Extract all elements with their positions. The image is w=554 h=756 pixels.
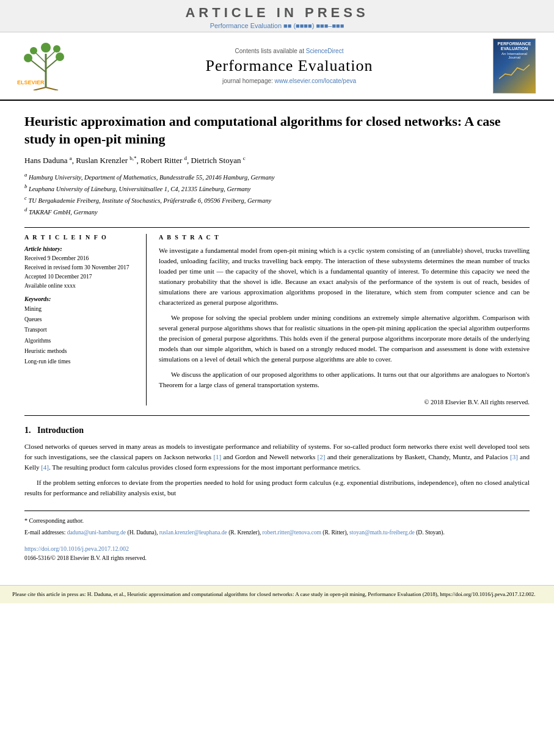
ref-3[interactable]: [3] (510, 453, 518, 460)
article-info-column: A R T I C L E I N F O Article history: R… (24, 234, 147, 406)
email-daduna[interactable]: daduna@uni-hamburg.de (67, 529, 126, 536)
svg-text:ELSEVIER: ELSEVIER (17, 79, 45, 85)
article-dates: Received 9 December 2016 Received in rev… (24, 254, 139, 291)
email-line: E-mail addresses: daduna@uni-hamburg.de … (24, 528, 530, 537)
sciencedirect-link[interactable]: ScienceDirect (306, 48, 344, 54)
section-heading: Introduction (37, 426, 84, 435)
abstract-para-3: We discuss the application of our propos… (159, 369, 530, 390)
abstract-column: A B S T R A C T We investigate a fundame… (159, 234, 530, 406)
article-info-abstract: A R T I C L E I N F O Article history: R… (24, 227, 530, 406)
cite-text: Please cite this article in press as: H.… (12, 591, 535, 597)
elsevier-tree-icon: ELSEVIER (12, 42, 79, 90)
section-divider (24, 415, 530, 416)
svg-point-8 (30, 47, 37, 54)
bottom-bar: Please cite this article in press as: H.… (0, 585, 554, 604)
ref-1[interactable]: [1] (213, 453, 221, 460)
intro-para-2: If the problem setting enforces to devia… (24, 478, 530, 498)
svg-point-9 (53, 45, 60, 53)
introduction-text: Closed networks of queues served in many… (24, 442, 530, 498)
email-label: E-mail addresses: (24, 529, 65, 536)
homepage-line: journal homepage: www.elsevier.com/locat… (92, 78, 487, 84)
keywords-section: Keywords: Mining Queues Transport Algori… (24, 296, 139, 367)
email-ritter[interactable]: robert.ritter@tenova.com (263, 529, 321, 536)
cover-graph-icon (499, 62, 530, 80)
affiliations: a Hamburg University, Department of Math… (24, 171, 530, 217)
cover-subtitle: An International Journal (496, 52, 533, 59)
email-krenzler[interactable]: ruslan.krenzler@leuphana.de (159, 529, 227, 536)
journal-cover-right: PERFORMANCEEVALUATION An International J… (493, 38, 542, 93)
issn-line: 0166-5316/© 2018 Elsevier B.V. All right… (24, 554, 530, 563)
journal-cover-image: PERFORMANCEEVALUATION An International J… (493, 38, 536, 93)
aip-subtitle: Performance Evaluation ■■ (■■■■) ■■■–■■■ (0, 22, 554, 29)
ref-4[interactable]: [4] (41, 463, 49, 471)
article-info-label: A R T I C L E I N F O (24, 234, 139, 241)
main-content: Heuristic approximation and computationa… (0, 101, 554, 575)
svg-point-6 (24, 54, 32, 62)
contents-line: Contents lists available at ScienceDirec… (92, 48, 487, 54)
aip-banner: ARTICLE IN PRESS Performance Evaluation … (0, 0, 554, 32)
keywords-label: Keywords: (24, 296, 139, 302)
intro-para-1: Closed networks of queues served in many… (24, 442, 530, 473)
section-number: 1. (24, 426, 31, 435)
journal-center: Contents lists available at ScienceDirec… (92, 48, 487, 84)
svg-point-7 (56, 53, 64, 61)
keywords-list: Mining Queues Transport Algorithms Heuri… (24, 304, 139, 367)
corresponding-label: * Corresponding author. (24, 516, 530, 526)
affiliation-b: b Leuphana University of Lüneburg, Unive… (24, 183, 530, 194)
affiliation-a: a Hamburg University, Department of Math… (24, 171, 530, 182)
svg-point-10 (41, 43, 51, 53)
journal-title: Performance Evaluation (92, 57, 487, 75)
abstract-para-2: We propose for solving the special probl… (159, 313, 530, 365)
copyright-line: © 2018 Elsevier B.V. All rights reserved… (159, 395, 530, 405)
doi-line: https://doi.org/10.1016/j.peva.2017.12.0… (24, 544, 530, 554)
aip-title: ARTICLE IN PRESS (0, 5, 554, 21)
abstract-para-1: We investigate a fundamental model from … (159, 245, 530, 308)
footnote-area: * Corresponding author. E-mail addresses… (24, 511, 530, 562)
journal-header: ELSEVIER Contents lists available at Sci… (0, 32, 554, 101)
elsevier-logo-left: ELSEVIER (12, 42, 86, 90)
affiliation-c: c TU Bergakademie Freiberg, Institute of… (24, 194, 530, 205)
article-history: Article history: Received 9 December 201… (24, 245, 139, 291)
email-stoyan[interactable]: stoyan@math.tu-freiberg.de (349, 529, 415, 536)
abstract-label: A B S T R A C T (159, 234, 530, 241)
authors-line: Hans Daduna a, Ruslan Krenzler b,*, Robe… (24, 155, 530, 165)
doi-link[interactable]: https://doi.org/10.1016/j.peva.2017.12.0… (24, 545, 129, 552)
abstract-text: We investigate a fundamental model from … (159, 245, 530, 391)
ref-2[interactable]: [2] (318, 453, 326, 460)
cover-title: PERFORMANCEEVALUATION (498, 42, 531, 52)
homepage-url[interactable]: www.elsevier.com/locate/peva (275, 78, 356, 84)
history-label: Article history: (24, 245, 139, 252)
affiliation-d: d TAKRAF GmbH, Germany (24, 206, 530, 217)
introduction-title: 1. Introduction (24, 426, 530, 435)
paper-title: Heuristic approximation and computationa… (24, 113, 530, 148)
